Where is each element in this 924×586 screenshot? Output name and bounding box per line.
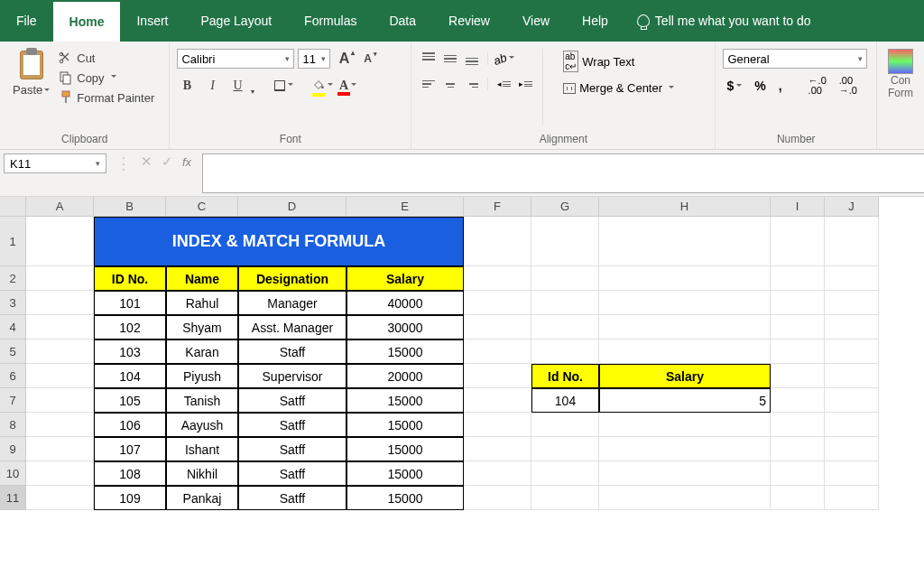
cell-F5[interactable] <box>464 340 531 364</box>
cell-C2[interactable]: Name <box>166 266 238 291</box>
cell-H2[interactable] <box>599 266 771 291</box>
percent-format-button[interactable]: % <box>751 77 769 95</box>
cell-H1[interactable] <box>599 217 771 266</box>
cell-J10[interactable] <box>825 461 879 486</box>
cell-B7[interactable]: 105 <box>94 388 166 413</box>
cell-I4[interactable] <box>771 315 825 340</box>
borders-button[interactable] <box>273 76 293 96</box>
cell-J11[interactable] <box>825 486 879 510</box>
cell-A2[interactable] <box>26 266 94 291</box>
cell-E2[interactable]: Salary <box>346 266 464 291</box>
row-header-3[interactable]: 3 <box>0 291 26 315</box>
decrease-decimal-button[interactable]: .00→.0 <box>836 74 861 98</box>
underline-button[interactable]: U <box>227 76 247 96</box>
cell-E8[interactable]: 15000 <box>346 413 464 437</box>
increase-indent-button[interactable]: ▸ <box>515 74 535 94</box>
cell-A7[interactable] <box>26 388 94 413</box>
cell-E6[interactable]: 20000 <box>346 364 464 388</box>
cell-C6[interactable]: Piyush <box>166 364 238 388</box>
row-header-10[interactable]: 10 <box>0 461 26 486</box>
spreadsheet-grid[interactable]: ABCDEFGHIJ 1234567891011 INDEX & MATCH F… <box>0 197 924 586</box>
cell-B8[interactable]: 106 <box>94 413 166 437</box>
cell-F7[interactable] <box>464 388 531 413</box>
column-header-B[interactable]: B <box>94 197 166 217</box>
cell-I5[interactable] <box>771 340 825 364</box>
format-painter-button[interactable]: Format Painter <box>55 88 158 107</box>
cell-A4[interactable] <box>26 315 94 340</box>
cell-H11[interactable] <box>599 486 771 510</box>
cell-C11[interactable]: Pankaj <box>166 486 238 510</box>
cell-F4[interactable] <box>464 315 531 340</box>
row-header-11[interactable]: 11 <box>0 486 26 510</box>
cell-F10[interactable] <box>464 461 531 486</box>
cell-B3[interactable]: 101 <box>94 291 166 315</box>
enter-formula-button[interactable]: ✓ <box>162 153 173 170</box>
column-header-I[interactable]: I <box>771 197 825 217</box>
tab-data[interactable]: Data <box>373 0 432 42</box>
cell-I11[interactable] <box>771 486 825 510</box>
cell-D3[interactable]: Manager <box>238 291 346 315</box>
cell-E10[interactable]: 15000 <box>346 461 464 486</box>
cell-G9[interactable] <box>531 437 599 461</box>
cell-A11[interactable] <box>26 486 94 510</box>
tab-insert[interactable]: Insert <box>120 0 184 42</box>
cell-J4[interactable] <box>825 315 879 340</box>
italic-button[interactable]: I <box>202 76 222 96</box>
cell-I6[interactable] <box>771 364 825 388</box>
cell-D8[interactable]: Satff <box>238 413 346 437</box>
increase-font-size-button[interactable]: A▴ <box>334 49 354 69</box>
cell-B10[interactable]: 108 <box>94 461 166 486</box>
cell-F3[interactable] <box>464 291 531 315</box>
cell-H5[interactable] <box>599 340 771 364</box>
cell-A5[interactable] <box>26 340 94 364</box>
cell-G8[interactable] <box>531 413 599 437</box>
cell-D11[interactable]: Satff <box>238 486 346 510</box>
align-middle-button[interactable] <box>440 49 460 69</box>
cell-H7[interactable]: 5 <box>599 388 771 413</box>
row-header-5[interactable]: 5 <box>0 340 26 364</box>
cell-A3[interactable] <box>26 291 94 315</box>
wrap-text-button[interactable]: abc↵ Wrap Text <box>559 49 678 74</box>
column-header-G[interactable]: G <box>531 197 599 217</box>
cell-E11[interactable]: 15000 <box>346 486 464 510</box>
font-color-button[interactable]: A <box>337 76 357 96</box>
cell-G10[interactable] <box>531 461 599 486</box>
comma-format-button[interactable]: , <box>775 77 786 95</box>
cell-E3[interactable]: 40000 <box>346 291 464 315</box>
align-center-button[interactable] <box>440 74 460 94</box>
cell-F2[interactable] <box>464 266 531 291</box>
cell-H6[interactable]: Salary <box>599 364 771 388</box>
cell-G4[interactable] <box>531 315 599 340</box>
cell-H10[interactable] <box>599 461 771 486</box>
cell-J8[interactable] <box>825 413 879 437</box>
cell-G11[interactable] <box>531 486 599 510</box>
align-top-button[interactable] <box>419 49 439 69</box>
tab-view[interactable]: View <box>506 0 566 42</box>
cell-J9[interactable] <box>825 437 879 461</box>
cell-G7[interactable]: 104 <box>531 388 599 413</box>
fill-color-button[interactable] <box>312 76 332 96</box>
cell-D5[interactable]: Staff <box>238 340 346 364</box>
cell-D7[interactable]: Satff <box>238 388 346 413</box>
column-header-F[interactable]: F <box>464 197 531 217</box>
column-header-C[interactable]: C <box>166 197 238 217</box>
column-header-E[interactable]: E <box>346 197 464 217</box>
cell-I7[interactable] <box>771 388 825 413</box>
row-header-8[interactable]: 8 <box>0 413 26 437</box>
font-size-select[interactable]: 11▾ <box>298 49 330 69</box>
cell-D4[interactable]: Asst. Manager <box>238 315 346 340</box>
increase-decimal-button[interactable]: ←.0.00 <box>805 74 830 98</box>
cell-C4[interactable]: Shyam <box>166 315 238 340</box>
paste-button[interactable]: Paste <box>7 45 55 129</box>
cell-D10[interactable]: Satff <box>238 461 346 486</box>
tab-review[interactable]: Review <box>432 0 506 42</box>
align-left-button[interactable] <box>419 74 439 94</box>
accounting-format-button[interactable]: $ <box>723 77 745 95</box>
cell-H8[interactable] <box>599 413 771 437</box>
tab-formulas[interactable]: Formulas <box>288 0 373 42</box>
cell-J1[interactable] <box>825 217 879 266</box>
cell-C9[interactable]: Ishant <box>166 437 238 461</box>
cell-B4[interactable]: 102 <box>94 315 166 340</box>
cell-F11[interactable] <box>464 486 531 510</box>
cell-I10[interactable] <box>771 461 825 486</box>
